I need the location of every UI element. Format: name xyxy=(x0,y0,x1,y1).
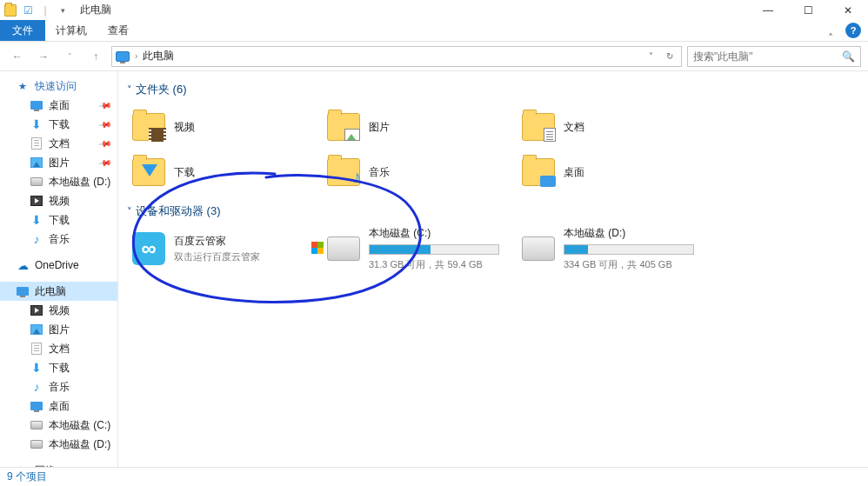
sidebar-network-label: 网络 xyxy=(35,463,56,468)
device-drive-c-label: 本地磁盘 (C:) xyxy=(369,226,499,241)
folder-label: 桌面 xyxy=(564,165,584,180)
sidebar-item-label: 音乐 xyxy=(49,380,70,395)
folder-item[interactable]: 视频 xyxy=(132,106,324,148)
sidebar-thispc-item[interactable]: ♪音乐 xyxy=(0,377,117,396)
address-refresh-button[interactable]: ↻ xyxy=(662,51,678,61)
chevron-down-icon: ˅ xyxy=(127,84,132,96)
address-history-dropdown[interactable]: ˅ xyxy=(643,51,658,61)
folder-item[interactable]: 桌面 xyxy=(522,151,713,193)
drive-d-usage-bar xyxy=(564,244,694,255)
nav-forward-button[interactable]: → xyxy=(33,46,54,67)
group-devices-label: 设备和驱动器 (3) xyxy=(136,203,221,219)
sidebar-thispc-item[interactable]: 视频 xyxy=(0,301,117,320)
sidebar-item-label: 文档 xyxy=(49,342,70,356)
sidebar-quick-item[interactable]: ⬇下载 xyxy=(0,210,117,230)
ribbon-tab-computer[interactable]: 计算机 xyxy=(45,20,97,41)
sidebar-thispc-item[interactable]: 图片 xyxy=(0,320,117,339)
ribbon-minimize-icon[interactable]: ˅ xyxy=(823,23,838,38)
ribbon-help-icon[interactable]: ? xyxy=(845,23,861,38)
folder-icon xyxy=(522,158,555,186)
group-folders-header[interactable]: ˅ 文件夹 (6) xyxy=(122,78,865,101)
sidebar-thispc-item[interactable]: 桌面 xyxy=(0,396,117,416)
window-maximize-button[interactable]: ☐ xyxy=(788,0,828,20)
sidebar-item-label: 视频 xyxy=(49,194,70,209)
window-minimize-button[interactable]: — xyxy=(748,0,788,20)
folder-item[interactable]: 文档 xyxy=(522,106,713,148)
sidebar-item-label: 下载 xyxy=(49,117,70,132)
nav-back-button[interactable]: ← xyxy=(7,46,28,67)
device-baidu-label: 百度云管家 xyxy=(174,234,260,249)
group-devices-header[interactable]: ˅ 设备和驱动器 (3) xyxy=(122,200,865,223)
sidebar-item-label: 图片 xyxy=(49,323,70,337)
window-close-button[interactable]: ✕ xyxy=(828,0,868,20)
ribbon-tab-view[interactable]: 查看 xyxy=(97,20,139,41)
folder-icon xyxy=(132,158,165,186)
folder-label: 视频 xyxy=(174,120,195,135)
sidebar-item-label: 下载 xyxy=(49,213,70,228)
breadcrumb-sep-icon: › xyxy=(135,51,137,61)
nav-recent-dropdown[interactable]: ˅ xyxy=(59,46,80,67)
qat-dropdown-icon[interactable]: ▾ xyxy=(56,3,70,17)
address-bar[interactable]: › 此电脑 ˅ ↻ xyxy=(111,46,682,67)
devices-grid: ∞ 百度云管家 双击运行百度云管家 本地磁盘 (C:) 31.3 GB 可用，共… xyxy=(122,223,865,276)
sidebar-quick-item[interactable]: ⬇下载📌 xyxy=(0,115,117,134)
sidebar-item-label: 下载 xyxy=(49,361,70,376)
pin-icon: 📌 xyxy=(98,98,112,112)
sidebar-item-label: 文档 xyxy=(49,136,70,151)
baidu-cloud-icon: ∞ xyxy=(132,232,165,265)
window-title: 此电脑 xyxy=(80,3,111,17)
windows-logo-icon xyxy=(311,242,324,254)
pin-icon: 📌 xyxy=(98,136,112,150)
qat-properties-icon[interactable]: ☑ xyxy=(21,3,35,17)
search-icon[interactable]: 🔍 xyxy=(842,50,855,63)
star-icon: ★ xyxy=(16,79,30,93)
sidebar-quick-access[interactable]: ★ 快速访问 xyxy=(0,77,117,96)
folder-item[interactable]: 下载 xyxy=(132,151,324,193)
sidebar-quick-item[interactable]: 文档📌 xyxy=(0,134,117,153)
folder-item[interactable]: 图片 xyxy=(327,106,518,148)
ribbon: 文件 计算机 查看 ˅ ? xyxy=(0,20,868,42)
nav-up-button[interactable]: ↑ xyxy=(85,46,106,67)
main-area: ★ 快速访问 桌面📌⬇下载📌文档📌图片📌本地磁盘 (D:)视频⬇下载♪音乐 ☁ … xyxy=(0,71,868,467)
chevron-down-icon: ˅ xyxy=(127,206,132,217)
ribbon-file-tab[interactable]: 文件 xyxy=(0,20,45,41)
breadcrumb-current[interactable]: 此电脑 xyxy=(143,49,174,63)
sidebar-thispc-item[interactable]: ⬇下载 xyxy=(0,358,117,377)
drive-icon xyxy=(327,236,360,261)
device-baidu[interactable]: ∞ 百度云管家 双击运行百度云管家 xyxy=(132,228,324,270)
sidebar: ★ 快速访问 桌面📌⬇下载📌文档📌图片📌本地磁盘 (D:)视频⬇下载♪音乐 ☁ … xyxy=(0,71,118,467)
sidebar-quick-item[interactable]: ♪音乐 xyxy=(0,230,117,249)
pc-icon xyxy=(16,284,30,298)
folder-item[interactable]: ♪音乐 xyxy=(327,151,518,193)
sidebar-this-pc-label: 此电脑 xyxy=(35,284,66,299)
sidebar-quick-item[interactable]: 视频 xyxy=(0,191,117,210)
qat-separator: | xyxy=(38,3,52,17)
folder-icon: ♪ xyxy=(327,158,360,186)
sidebar-quick-item[interactable]: 图片📌 xyxy=(0,153,117,172)
device-drive-d-free: 334 GB 可用，共 405 GB xyxy=(564,258,694,271)
sidebar-quick-item[interactable]: 本地磁盘 (D:) xyxy=(0,172,117,191)
sidebar-quick-access-label: 快速访问 xyxy=(35,79,77,94)
sidebar-this-pc[interactable]: 此电脑 xyxy=(0,282,117,301)
network-icon: 🖧 xyxy=(16,463,30,467)
content-pane[interactable]: ˅ 文件夹 (6) 视频图片文档下载♪音乐桌面 ˅ 设备和驱动器 (3) ∞ 百… xyxy=(118,71,868,467)
sidebar-onedrive[interactable]: ☁ OneDrive xyxy=(0,256,117,275)
sidebar-item-label: 视频 xyxy=(49,303,70,318)
sidebar-thispc-item[interactable]: 本地磁盘 (C:) xyxy=(0,416,117,435)
device-drive-c[interactable]: 本地磁盘 (C:) 31.3 GB 可用，共 59.4 GB xyxy=(327,228,518,270)
sidebar-item-label: 音乐 xyxy=(49,232,70,247)
sidebar-quick-item[interactable]: 桌面📌 xyxy=(0,96,117,115)
search-box[interactable]: 🔍 xyxy=(687,46,861,67)
search-input[interactable] xyxy=(693,50,832,63)
sidebar-item-label: 图片 xyxy=(49,156,70,170)
drive-c-usage-bar xyxy=(369,244,499,255)
sidebar-thispc-item[interactable]: 文档 xyxy=(0,339,117,358)
device-drive-d-label: 本地磁盘 (D:) xyxy=(564,226,694,241)
sidebar-network[interactable]: 🖧 网络 xyxy=(0,461,117,467)
folder-label: 图片 xyxy=(369,120,390,135)
sidebar-thispc-item[interactable]: 本地磁盘 (D:) xyxy=(0,435,117,454)
device-drive-d[interactable]: 本地磁盘 (D:) 334 GB 可用，共 405 GB xyxy=(522,228,713,270)
device-drive-c-free: 31.3 GB 可用，共 59.4 GB xyxy=(369,258,499,271)
address-row: ← → ˅ ↑ › 此电脑 ˅ ↻ 🔍 xyxy=(0,42,868,71)
title-bar: ☑ | ▾ 此电脑 — ☐ ✕ xyxy=(0,0,868,20)
